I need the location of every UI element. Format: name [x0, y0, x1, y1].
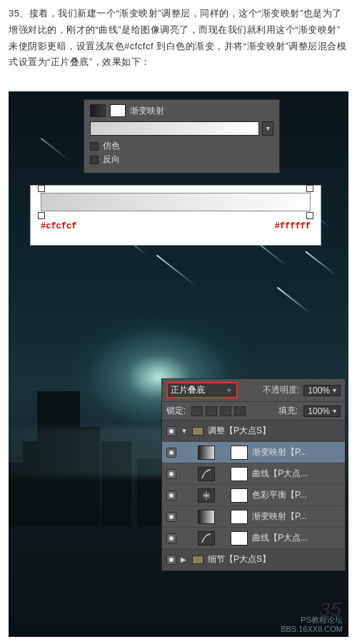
gradient-strip[interactable] — [41, 193, 311, 211]
layer-mask-thumb[interactable] — [231, 531, 248, 545]
visibility-toggle[interactable] — [166, 448, 176, 458]
lock-pixels-icon[interactable] — [206, 406, 217, 416]
layer-gradient-map-selected[interactable]: 渐变映射【P... — [162, 442, 345, 463]
visibility-toggle[interactable] — [166, 426, 176, 436]
gradient-editor: #cfcfcf #ffffff — [30, 185, 321, 246]
chevron-down-icon[interactable]: ÷ — [225, 386, 233, 394]
visibility-toggle[interactable] — [166, 533, 176, 543]
link-icon — [219, 490, 226, 500]
chevron-down-icon[interactable]: ▾ — [330, 407, 338, 415]
layer-curves-2[interactable]: 曲线【P大点... — [162, 528, 345, 549]
disclosure-triangle-icon[interactable]: ▼ — [181, 427, 188, 435]
balance-icon — [198, 488, 215, 503]
lock-transparent-icon[interactable] — [191, 406, 203, 416]
lock-position-icon[interactable] — [220, 406, 231, 416]
link-icon — [219, 469, 226, 479]
fill-value[interactable]: 100% — [306, 406, 330, 416]
curves-icon — [198, 467, 215, 481]
opacity-label: 不透明度: — [263, 384, 299, 396]
disclosure-triangle-icon[interactable]: ▶ — [181, 555, 188, 563]
layer-name[interactable]: 曲线【P大点... — [252, 532, 341, 544]
visibility-toggle[interactable] — [166, 469, 176, 479]
reverse-label: 反向 — [103, 154, 120, 166]
gradient-map-icon — [198, 446, 215, 460]
panel-title: 渐变映射 — [130, 105, 164, 117]
layer-name[interactable]: 色彩平衡【P... — [252, 489, 341, 501]
layer-gradient-map-2[interactable]: 渐变映射【P... — [162, 506, 345, 528]
layer-mask-thumb[interactable] — [231, 488, 248, 503]
gradient-dropdown[interactable]: ▾ — [262, 121, 273, 136]
layer-group-adjust[interactable]: ▼ 调整【P大点S】 — [162, 421, 345, 442]
adjustment-mask-thumb — [110, 104, 126, 117]
reverse-checkbox[interactable] — [90, 156, 99, 164]
meteor — [156, 255, 196, 287]
meteor — [277, 287, 312, 315]
visibility-toggle[interactable] — [166, 555, 176, 565]
folder-icon — [192, 427, 203, 436]
layer-group-detail[interactable]: ▶ 细节【P大点S】 — [162, 549, 345, 570]
layer-name[interactable]: 细节【P大点S】 — [208, 553, 341, 565]
layer-name[interactable]: 渐变映射【P... — [252, 446, 341, 458]
gradient-map-icon — [198, 510, 215, 524]
layer-name[interactable]: 调整【P大点S】 — [208, 425, 341, 437]
layer-name[interactable]: 曲线【P大点... — [252, 468, 341, 480]
blend-mode-highlight: 正片叠底 ÷ — [166, 382, 238, 398]
layer-mask-thumb[interactable] — [231, 446, 248, 460]
right-hex-label: #ffffff — [275, 221, 311, 231]
chevron-down-icon[interactable]: ▾ — [330, 386, 338, 394]
link-icon — [219, 533, 226, 543]
meteor — [305, 251, 337, 276]
lock-all-icon[interactable] — [234, 406, 246, 416]
watermark: PS教程论坛 BBS.16XX8.COM — [281, 615, 343, 634]
dither-label: 仿色 — [103, 140, 120, 152]
color-stop-right[interactable] — [306, 212, 313, 219]
lock-label: 锁定: — [166, 405, 186, 417]
dither-checkbox[interactable] — [90, 142, 99, 151]
layer-name[interactable]: 渐变映射【P... — [252, 510, 341, 523]
opacity-stop-left[interactable] — [38, 185, 45, 192]
fill-label: 填充: — [278, 405, 298, 417]
visibility-toggle[interactable] — [166, 512, 176, 522]
link-icon — [219, 512, 226, 522]
step-description: 35、接着，我们新建一个“渐变映射”调整层，同样的，这个“渐变映射”也是为了增强… — [0, 0, 357, 75]
opacity-value[interactable]: 100% — [306, 386, 330, 396]
blend-mode-select[interactable]: 正片叠底 — [171, 384, 222, 396]
link-icon — [219, 448, 226, 458]
adjustment-thumb — [90, 104, 106, 117]
layer-curves[interactable]: 曲线【P大点... — [162, 463, 345, 485]
gradient-map-panel: 渐变映射 ▾ 仿色 反向 — [84, 99, 280, 173]
color-stop-left[interactable] — [38, 212, 45, 219]
layer-mask-thumb[interactable] — [231, 510, 248, 524]
visibility-toggle[interactable] — [166, 490, 176, 500]
gradient-preview-bar[interactable] — [90, 121, 259, 136]
left-hex-label: #cfcfcf — [41, 221, 76, 231]
layers-panel: 正片叠底 ÷ 不透明度: 100%▾ 锁定: 填充: 100%▾ ▼ 调整【P大… — [161, 378, 346, 571]
meteor — [41, 138, 70, 161]
folder-icon — [192, 555, 203, 564]
layer-mask-thumb[interactable] — [231, 467, 248, 481]
layer-color-balance[interactable]: 色彩平衡【P... — [162, 485, 345, 506]
curves-icon — [198, 531, 215, 545]
opacity-stop-right[interactable] — [306, 185, 313, 192]
